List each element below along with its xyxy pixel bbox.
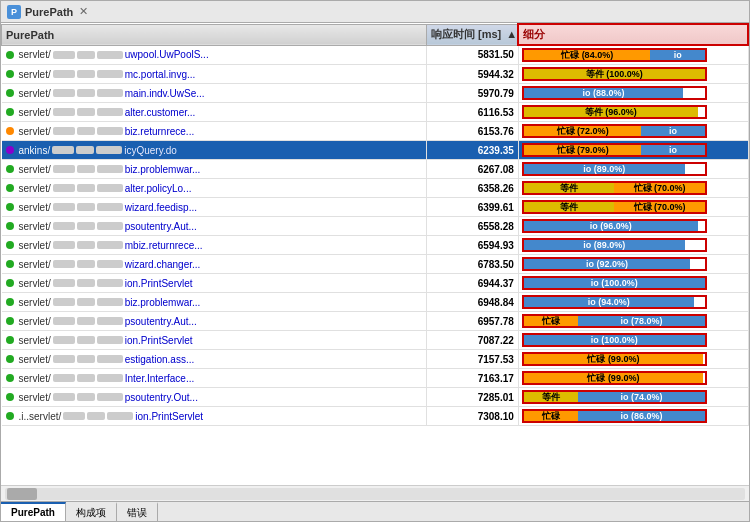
path-suffix: main.indv.UwSe... xyxy=(125,88,205,99)
path-prefix: servlet/ xyxy=(19,240,51,251)
response-value: 7087.22 xyxy=(478,335,514,346)
sort-arrow-icon: ▲ xyxy=(506,28,517,40)
tab-composition[interactable]: 构成项 xyxy=(66,502,117,521)
path-prefix: .i..servlet/ xyxy=(19,411,62,422)
status-dot xyxy=(6,184,14,192)
path-suffix: ion.PrintServlet xyxy=(135,411,203,422)
table-row[interactable]: servlet/ psoutentry.Aut... 6957.78 忙碌io … xyxy=(2,312,749,331)
status-dot xyxy=(6,108,14,116)
breakdown-cell: io (100.0%) xyxy=(518,331,748,350)
breakdown-bar: 等件忙碌 (70.0%) xyxy=(522,181,707,195)
status-dot xyxy=(6,355,14,363)
horizontal-scrollbar[interactable] xyxy=(5,488,745,500)
col-header-breakdown[interactable]: 细分 xyxy=(518,24,748,45)
status-dot xyxy=(6,298,14,306)
table-row[interactable]: servlet/ biz.returnrece... 6153.76 忙碌 (7… xyxy=(2,122,749,141)
response-cell: 6239.35 xyxy=(426,141,518,160)
status-dot xyxy=(6,374,14,382)
main-table: PurePath 响应时间 [ms] ▲ 细分 servlet/ xyxy=(1,23,749,426)
breakdown-cell: 等件忙碌 (70.0%) xyxy=(518,179,748,198)
path-prefix: servlet/ xyxy=(19,202,51,213)
breakdown-bar: 等件 (100.0%) xyxy=(522,67,707,81)
table-row[interactable]: ankins/ icyQuery.do 6239.35 忙碌 (79.0%)io xyxy=(2,141,749,160)
purepath-cell: servlet/ estigation.ass... xyxy=(2,350,427,369)
path-suffix: wizard.changer... xyxy=(125,259,201,270)
breakdown-bar: 等件 (96.0%) xyxy=(522,105,707,119)
table-row[interactable]: servlet/ ion.PrintServlet 6944.37 io (10… xyxy=(2,274,749,293)
path-prefix: servlet/ xyxy=(19,316,51,327)
table-row[interactable]: servlet/ main.indv.UwSe... 5970.79 io (8… xyxy=(2,84,749,103)
path-suffix: biz.problemwar... xyxy=(125,164,201,175)
response-value: 6267.08 xyxy=(478,164,514,175)
path-prefix: servlet/ xyxy=(19,49,51,60)
purepath-cell: servlet/ alter.customer... xyxy=(2,103,427,122)
table-row[interactable]: servlet/ biz.problemwar... 6948.84 io (9… xyxy=(2,293,749,312)
col-header-purepath[interactable]: PurePath xyxy=(2,24,427,45)
table-row[interactable]: servlet/ mbiz.returnrece... 6594.93 io (… xyxy=(2,236,749,255)
response-value: 6358.26 xyxy=(478,183,514,194)
table-row[interactable]: servlet/ mc.portal.invg... 5944.32 等件 (1… xyxy=(2,65,749,84)
purepath-cell: servlet/ main.indv.UwSe... xyxy=(2,84,427,103)
table-scroll[interactable]: PurePath 响应时间 [ms] ▲ 细分 servlet/ xyxy=(1,23,749,485)
table-row[interactable]: servlet/ estigation.ass... 7157.53 忙碌 (9… xyxy=(2,350,749,369)
table-row[interactable]: servlet/ alter.customer... 6116.53 等件 (9… xyxy=(2,103,749,122)
table-row[interactable]: servlet/ psoutentry.Out... 7285.01 等件io … xyxy=(2,388,749,407)
purepath-cell: servlet/ alter.policyLo... xyxy=(2,179,427,198)
table-row[interactable]: servlet/ wizard.changer... 6783.50 io (9… xyxy=(2,255,749,274)
breakdown-bar: 忙碌 (84.0%)io xyxy=(522,48,707,62)
status-dot xyxy=(6,127,14,135)
table-row[interactable]: servlet/ Inter.Interface... 7163.17 忙碌 (… xyxy=(2,369,749,388)
breakdown-bar: 忙碌 (72.0%)io xyxy=(522,124,707,138)
breakdown-cell: 忙碌 (72.0%)io xyxy=(518,122,748,141)
purepath-cell: servlet/ wizard.changer... xyxy=(2,255,427,274)
purepath-cell: servlet/ mbiz.returnrece... xyxy=(2,236,427,255)
response-cell: 6594.93 xyxy=(426,236,518,255)
response-value: 6957.78 xyxy=(478,316,514,327)
response-cell: 7308.10 xyxy=(426,407,518,426)
response-value: 6239.35 xyxy=(478,145,514,156)
breakdown-bar: io (88.0%) xyxy=(522,86,707,100)
response-value: 7285.01 xyxy=(478,392,514,403)
breakdown-cell: 忙碌 (99.0%) xyxy=(518,369,748,388)
close-button[interactable]: ✕ xyxy=(79,5,88,18)
purepath-cell: servlet/ ion.PrintServlet xyxy=(2,331,427,350)
status-dot xyxy=(6,222,14,230)
path-suffix: alter.customer... xyxy=(125,107,196,118)
response-cell: 5944.32 xyxy=(426,65,518,84)
tab-errors[interactable]: 错误 xyxy=(117,502,158,521)
breakdown-cell: io (92.0%) xyxy=(518,255,748,274)
response-value: 5944.32 xyxy=(478,69,514,80)
path-suffix: icyQuery.do xyxy=(124,145,177,156)
table-row[interactable]: servlet/ wizard.feedisp... 6399.61 等件忙碌 … xyxy=(2,198,749,217)
path-prefix: ankins/ xyxy=(19,145,51,156)
table-row[interactable]: servlet/ uwpool.UwPoolS... 5831.50 忙碌 (8… xyxy=(2,45,749,65)
purepath-cell: servlet/ ion.PrintServlet xyxy=(2,274,427,293)
response-cell: 6358.26 xyxy=(426,179,518,198)
purepath-cell: servlet/ biz.problemwar... xyxy=(2,293,427,312)
path-suffix: ion.PrintServlet xyxy=(125,278,193,289)
purepath-cell: servlet/ psoutentry.Aut... xyxy=(2,217,427,236)
path-suffix: biz.problemwar... xyxy=(125,297,201,308)
table-row[interactable]: .i..servlet/ ion.PrintServlet 7308.10 忙碌… xyxy=(2,407,749,426)
response-value: 7157.53 xyxy=(478,354,514,365)
path-prefix: servlet/ xyxy=(19,297,51,308)
breakdown-bar: io (96.0%) xyxy=(522,219,707,233)
response-cell: 6957.78 xyxy=(426,312,518,331)
response-value: 6944.37 xyxy=(478,278,514,289)
path-suffix: uwpool.UwPoolS... xyxy=(125,49,209,60)
status-dot xyxy=(6,203,14,211)
response-cell: 5970.79 xyxy=(426,84,518,103)
breakdown-cell: io (89.0%) xyxy=(518,236,748,255)
breakdown-bar: io (89.0%) xyxy=(522,238,707,252)
response-cell: 6267.08 xyxy=(426,160,518,179)
col-header-response[interactable]: 响应时间 [ms] ▲ xyxy=(426,24,518,45)
scrollbar-thumb[interactable] xyxy=(7,488,37,500)
tab-purepath[interactable]: PurePath xyxy=(1,502,66,521)
status-dot xyxy=(6,70,14,78)
table-row[interactable]: servlet/ ion.PrintServlet 7087.22 io (10… xyxy=(2,331,749,350)
status-dot xyxy=(6,279,14,287)
table-row[interactable]: servlet/ alter.policyLo... 6358.26 等件忙碌 … xyxy=(2,179,749,198)
table-row[interactable]: servlet/ biz.problemwar... 6267.08 io (8… xyxy=(2,160,749,179)
breakdown-cell: 等件io (74.0%) xyxy=(518,388,748,407)
table-row[interactable]: servlet/ psoutentry.Aut... 6558.28 io (9… xyxy=(2,217,749,236)
